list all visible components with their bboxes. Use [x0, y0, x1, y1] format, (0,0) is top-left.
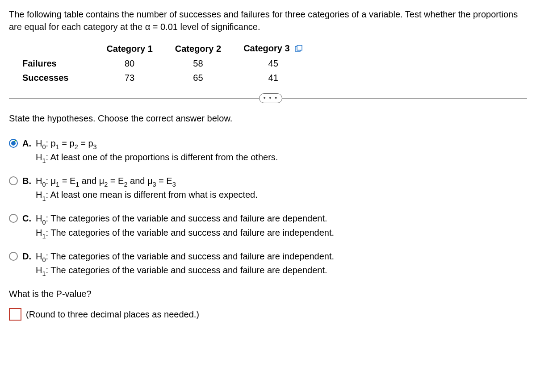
table-header-cat2: Category 2 [164, 41, 232, 56]
option-c-letter: C. [22, 212, 36, 225]
pvalue-question: What is the P-value? [9, 288, 527, 300]
row-successes-label: Successes [22, 71, 95, 85]
option-d: D. H0: The categories of the variable an… [9, 250, 527, 278]
radio-d[interactable] [9, 252, 18, 261]
pvalue-hint: (Round to three decimal places as needed… [26, 308, 199, 321]
options-group: ✓ A. H0: p1 = p2 = p3 H1: At least one o… [9, 137, 527, 278]
correct-check-icon: ✓ [11, 137, 17, 148]
hypothesis-prompt: State the hypotheses. Choose the correct… [9, 112, 527, 125]
section-divider: • • • [9, 98, 527, 99]
option-a: ✓ A. H0: p1 = p2 = p3 H1: At least one o… [9, 137, 527, 165]
question-intro: The following table contains the number … [9, 8, 527, 33]
pvalue-answer-row: (Round to three decimal places as needed… [9, 308, 527, 321]
popout-icon[interactable] [295, 43, 303, 55]
cell-failures-cat3: 45 [232, 56, 314, 71]
option-c-body: H0: The categories of the variable and s… [36, 212, 527, 240]
option-b-body: H0: μ1 = E1 and μ2 = E2 and μ3 = E3 H1: … [36, 175, 527, 202]
row-failures-label: Failures [22, 56, 95, 71]
cell-successes-cat3: 41 [232, 71, 314, 85]
option-b-letter: B. [22, 175, 36, 187]
option-d-letter: D. [22, 250, 36, 263]
radio-c[interactable] [9, 214, 18, 223]
option-b: B. H0: μ1 = E1 and μ2 = E2 and μ3 = E3 H… [9, 175, 527, 202]
radio-b[interactable] [9, 176, 18, 185]
cell-successes-cat1: 73 [95, 71, 163, 85]
cell-failures-cat2: 58 [164, 56, 232, 71]
option-c: C. H0: The categories of the variable an… [9, 212, 527, 240]
table-header-blank [22, 41, 95, 56]
data-table: Category 1 Category 2 Category 3 Failure… [22, 41, 314, 85]
svg-rect-1 [297, 45, 302, 50]
cell-successes-cat2: 65 [164, 71, 232, 85]
option-a-letter: A. [22, 137, 36, 150]
cell-failures-cat1: 80 [95, 56, 163, 71]
radio-a[interactable]: ✓ [9, 139, 18, 148]
option-d-body: H0: The categories of the variable and s… [36, 250, 527, 278]
table-header-cat3: Category 3 [232, 41, 314, 56]
table-header-cat1: Category 1 [95, 41, 163, 56]
pvalue-input[interactable] [9, 308, 21, 321]
expand-button[interactable]: • • • [259, 93, 282, 103]
option-a-body: H0: p1 = p2 = p3 H1: At least one of the… [36, 137, 527, 165]
